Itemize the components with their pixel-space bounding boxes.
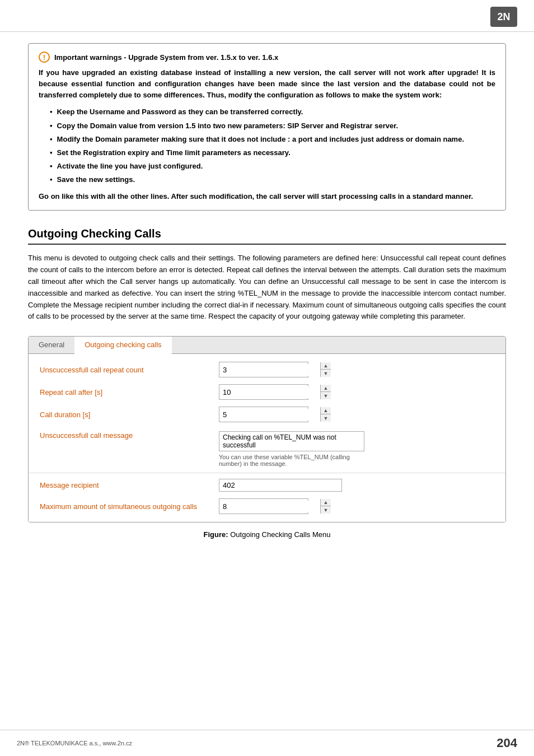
spinner-repeat-call-up[interactable]: ▲ [321, 385, 331, 392]
call-message-hint: You can use these variable %TEL_NUM (cal… [219, 454, 364, 467]
warning-footer: Go on like this with all the other lines… [39, 191, 495, 202]
settings-row-repeat-count: Unscuccessfull call repeat count ▲ ▼ [29, 358, 505, 381]
spinner-call-duration-input[interactable] [219, 409, 320, 421]
warning-list-item: Activate the line you have just configur… [50, 161, 495, 172]
spinner-repeat-call-down[interactable]: ▼ [321, 392, 331, 399]
divider [29, 473, 505, 473]
label-recipient: Message recipient [40, 481, 219, 489]
figure-caption: Figure: Outgoing Checking Calls Menu [28, 530, 506, 539]
tab-general[interactable]: General [29, 337, 74, 353]
spinner-call-duration-down[interactable]: ▼ [321, 414, 331, 422]
footer-left: 2N® TELEKOMUNIKACE a.s., www.2n.cz [17, 740, 132, 746]
settings-body: Unscuccessfull call repeat count ▲ ▼ [29, 354, 505, 522]
footer-page: 204 [496, 736, 517, 750]
warning-list-item: Modify the Domain parameter making sure … [50, 134, 495, 145]
settings-row-call-duration: Call duration [s] ▲ ▼ [29, 403, 505, 426]
spinner-repeat-call-arrows: ▲ ▼ [320, 385, 331, 399]
settings-row-call-message: Unscuccessfull call message Checking cal… [29, 426, 505, 470]
warning-icon: ! [39, 52, 50, 63]
spinner-repeat-count-down[interactable]: ▼ [321, 370, 331, 377]
spinner-repeat-count-input[interactable] [219, 364, 320, 376]
warning-body: If you have upgraded an existing databas… [39, 67, 495, 101]
label-call-duration: Call duration [s] [40, 410, 219, 419]
spinner-call-duration-up[interactable]: ▲ [321, 407, 331, 414]
spinner-repeat-count-arrows: ▲ ▼ [320, 362, 331, 377]
warning-list: Keep the Username and Password as they c… [39, 106, 495, 185]
footer: 2N® TELEKOMUNIKACE a.s., www.2n.cz 204 [0, 730, 534, 756]
warning-title-text: Important warnings - Upgrade System from… [54, 53, 278, 62]
warning-box: ! Important warnings - Upgrade System fr… [28, 43, 506, 211]
main-content: ! Important warnings - Upgrade System fr… [0, 32, 534, 595]
spinner-max-calls-up[interactable]: ▲ [321, 499, 331, 506]
spinner-max-calls-input[interactable] [219, 501, 320, 512]
settings-row-repeat-call: Repeat call after [s] ▲ ▼ [29, 381, 505, 403]
spinner-repeat-count-up[interactable]: ▲ [321, 362, 331, 370]
warning-list-item: Keep the Username and Password as they c… [50, 106, 495, 118]
section-body: This menu is devoted to outgoing check c… [28, 253, 506, 323]
logo: 2N [490, 7, 517, 27]
message-area: Checking call on %TEL_NUM was not succes… [219, 431, 494, 467]
value-recipient [219, 479, 494, 492]
page-wrapper: 2N ! Important warnings - Upgrade System… [0, 0, 534, 756]
warning-list-item: Copy the Domain value from version 1.5 i… [50, 120, 495, 132]
spinner-max-calls-down[interactable]: ▼ [321, 506, 331, 514]
section-heading: Outgoing Checking Calls [28, 227, 506, 245]
settings-row-recipient: Message recipient [29, 475, 505, 495]
spinner-max-calls-arrows: ▲ ▼ [320, 499, 331, 514]
settings-tabs: General Outgoing checking calls [29, 337, 505, 354]
value-call-duration: ▲ ▼ [219, 407, 494, 422]
spinner-repeat-count[interactable]: ▲ ▼ [219, 362, 308, 377]
value-repeat-call: ▲ ▼ [219, 384, 494, 400]
spinner-call-duration-arrows: ▲ ▼ [320, 407, 331, 422]
warning-list-item: Set the Registration expiry and Time lim… [50, 147, 495, 158]
value-call-message: Checking call on %TEL_NUM was not succes… [219, 431, 494, 467]
spinner-repeat-call[interactable]: ▲ ▼ [219, 384, 308, 400]
label-max-calls: Maximum amount of simultaneous outgoing … [40, 502, 219, 511]
value-max-calls: ▲ ▼ [219, 498, 494, 514]
settings-row-max-calls: Maximum amount of simultaneous outgoing … [29, 495, 505, 517]
figure-caption-text: Outgoing Checking Calls Menu [228, 530, 331, 539]
spinner-max-calls[interactable]: ▲ ▼ [219, 498, 308, 514]
warning-list-item: Save the new settings. [50, 174, 495, 185]
figure-caption-prefix: Figure: [204, 530, 228, 539]
label-call-message: Unscuccessfull call message [40, 431, 219, 440]
settings-panel: General Outgoing checking calls Unscucce… [28, 336, 506, 522]
spinner-repeat-call-input[interactable] [219, 386, 320, 398]
spinner-call-duration[interactable]: ▲ ▼ [219, 407, 308, 422]
call-message-input: Checking call on %TEL_NUM was not succes… [219, 431, 364, 451]
label-repeat-count: Unscuccessfull call repeat count [40, 366, 219, 374]
label-repeat-call: Repeat call after [s] [40, 388, 219, 396]
recipient-input[interactable] [219, 479, 342, 492]
warning-title: ! Important warnings - Upgrade System fr… [39, 52, 495, 63]
tab-outgoing[interactable]: Outgoing checking calls [74, 337, 171, 354]
header: 2N [0, 0, 534, 32]
value-repeat-count: ▲ ▼ [219, 362, 494, 377]
